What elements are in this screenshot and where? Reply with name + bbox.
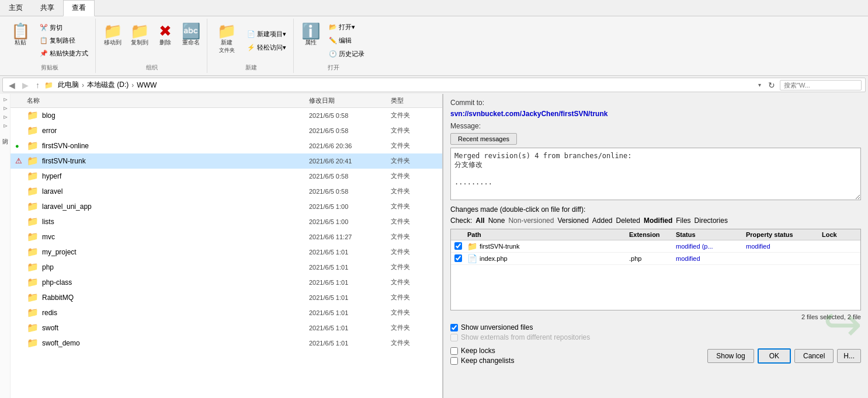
copy-path-button[interactable]: 📋复制路径 [36, 34, 92, 47]
file-row-php[interactable]: 📁 php 2021/6/5 1:01 文件夹 [11, 260, 442, 275]
cut-button[interactable]: ✂️剪切 [36, 22, 92, 34]
file-row-error[interactable]: 📁 error 2021/6/5 0:58 文件夹 [11, 123, 442, 138]
col-status[interactable]: Status [676, 231, 746, 238]
ribbon: 📋 粘贴 ✂️剪切 📋复制路径 📌粘贴快捷方式 剪贴板 [0, 16, 868, 76]
file-row-php-class[interactable]: 📁 php-class 2021/6/5 1:01 文件夹 [11, 275, 442, 290]
move-to-button[interactable]: 📁 移动到 [100, 21, 125, 49]
check-modified[interactable]: Modified [644, 217, 672, 225]
check-added[interactable]: Added [592, 217, 613, 225]
keep-locks-row: Keep locks [450, 347, 704, 355]
check-none[interactable]: None [488, 217, 505, 225]
svn-status-bar: 2 files selected, 2 file [450, 313, 861, 320]
col-header-date[interactable]: 修改日期 [309, 96, 391, 105]
check-nonversioned[interactable]: Non-versioned [508, 217, 554, 225]
address-path: 📁 此电脑 › 本地磁盘 (D:) › WWW [44, 79, 754, 90]
paste-shortcut-button[interactable]: 📌粘贴快捷方式 [36, 47, 92, 60]
file-row-hyperf[interactable]: 📁 hyperf 2021/6/5 0:58 文件夹 [11, 169, 442, 184]
nav-up[interactable]: ↑ [33, 80, 42, 90]
quick-access-arrow3[interactable]: ⊳ [3, 114, 8, 120]
file-row-swoft-demo[interactable]: 📁 swoft_demo 2021/6/5 1:01 文件夹 [11, 336, 442, 351]
quick-access-arrow4[interactable]: ⊳ [3, 123, 8, 129]
new-item-button[interactable]: 📄新建项目▾ [244, 28, 290, 40]
copy-to-button[interactable]: 📁 复制到 [127, 21, 152, 49]
commit-to-label: Commit to: [450, 99, 861, 107]
col-extension[interactable]: Extension [629, 231, 676, 238]
col-path[interactable]: Path [467, 231, 629, 238]
check-filter-row: Check: All None Non-versioned Versioned … [450, 217, 861, 225]
search-input[interactable] [780, 80, 862, 90]
file-type-php-class: 文件夹 [391, 278, 438, 287]
ok-button[interactable]: OK [758, 348, 791, 364]
check-versioned[interactable]: Versioned [557, 217, 588, 225]
check-files[interactable]: Files [676, 217, 690, 225]
check-directories[interactable]: Directories [695, 217, 728, 225]
svn-action-area: Keep locks Keep changelists Show log OK … [450, 347, 861, 365]
keep-changelists-check[interactable] [450, 357, 458, 365]
svn-check-2[interactable] [454, 254, 462, 262]
easy-access-button[interactable]: ⚡轻松访问▾ [244, 41, 290, 54]
tab-share[interactable]: 共享 [32, 0, 63, 16]
file-row-firstsvn-online[interactable]: ● 📁 firstSVN-online 2021/6/6 20:36 文件夹 [11, 138, 442, 153]
col-prop-status[interactable]: Property status [746, 231, 822, 238]
file-type-redis: 文件夹 [391, 308, 438, 317]
rename-button[interactable]: 🔤 重命名 [179, 21, 203, 49]
file-row-laravel[interactable]: 📁 laravel 2021/6/5 0:58 文件夹 [11, 184, 442, 199]
col-header-name[interactable]: 名称 [27, 96, 309, 105]
file-date-redis: 2021/6/5 1:01 [309, 309, 391, 316]
help-button[interactable]: H... [837, 349, 861, 363]
file-row-firstsvn-trunk[interactable]: ⚠ 📁 firstSVN-trunk 2021/6/6 20:41 文件夹 [11, 153, 442, 169]
file-type-firstsvn-trunk: 文件夹 [391, 156, 438, 165]
svn-check-1[interactable] [454, 242, 462, 250]
path-part-disk[interactable]: 本地磁盘 (D:) [85, 79, 131, 90]
svn-table-header: Path Extension Status Property status Lo… [451, 229, 860, 240]
file-name-hyperf: hyperf [42, 172, 309, 180]
address-bar: ◀ ▶ ↑ 📁 此电脑 › 本地磁盘 (D:) › WWW ▾ ↻ [2, 78, 866, 92]
path-refresh[interactable]: ↻ [766, 81, 777, 90]
file-date-laravel: 2021/6/5 0:58 [309, 188, 391, 195]
col-header-type[interactable]: 类型 [391, 96, 438, 105]
show-externals-check[interactable] [450, 334, 458, 341]
properties-button[interactable]: ℹ️ 属性 [298, 21, 323, 49]
file-row-rabbitmq[interactable]: 📁 RabbitMQ 2021/6/5 1:01 文件夹 [11, 290, 442, 305]
nav-back[interactable]: ◀ [6, 80, 18, 90]
file-date-firstsvn-trunk: 2021/6/6 20:41 [309, 158, 391, 165]
path-part-www[interactable]: WWW [134, 81, 159, 90]
open-button[interactable]: 📂打开▾ [325, 21, 368, 33]
col-lock[interactable]: Lock [822, 231, 857, 238]
file-row-mvc[interactable]: 📁 mvc 2021/6/6 11:27 文件夹 [11, 229, 442, 245]
svn-commit-panel: ↩ Commit to: svn://svnbucket.com/JackyCh… [443, 94, 868, 398]
show-log-button[interactable]: Show log [707, 349, 754, 363]
check-all[interactable]: All [475, 217, 484, 225]
paste-button[interactable]: 📋 粘贴 [7, 21, 34, 49]
quick-access-arrow2[interactable]: ⊳ [3, 105, 8, 111]
keep-changelists-label: Keep changelists [461, 357, 514, 365]
path-dropdown[interactable]: ▾ [756, 82, 763, 88]
edit-button[interactable]: ✏️编辑 [325, 34, 368, 47]
new-folder-button[interactable]: 📁 新建 文件夹 [212, 21, 241, 57]
quick-access-arrow1[interactable]: ⊳ [3, 96, 8, 103]
path-part-pc[interactable]: 此电脑 [55, 79, 81, 90]
message-textarea[interactable]: Merged revision(s) 4 from branches/onlin… [450, 148, 861, 200]
file-row-my-project[interactable]: 📁 my_project 2021/6/5 1:01 文件夹 [11, 245, 442, 260]
nav-forward[interactable]: ▶ [20, 80, 31, 90]
file-row-redis[interactable]: 📁 redis 2021/6/5 1:01 文件夹 [11, 305, 442, 320]
check-deleted[interactable]: Deleted [616, 217, 640, 225]
file-date-swoft-demo: 2021/6/5 1:01 [309, 340, 391, 347]
recent-messages-button[interactable]: Recent messages [450, 133, 517, 145]
file-row-swoft[interactable]: 📁 swoft 2021/6/5 1:01 文件夹 [11, 320, 442, 336]
delete-button[interactable]: ✖ 删除 [154, 21, 176, 49]
svn-file-row-2[interactable]: 📄 index.php .php modified [451, 253, 860, 265]
tab-home[interactable]: 主页 [0, 0, 32, 16]
file-row-lists[interactable]: 📁 lists 2021/6/5 1:00 文件夹 [11, 214, 442, 229]
keep-locks-check[interactable] [450, 347, 458, 355]
tab-view[interactable]: 查看 [63, 0, 95, 16]
cancel-button[interactable]: Cancel [794, 349, 834, 363]
file-row-laravel-uni[interactable]: 📁 laravel_uni_app 2021/6/5 1:00 文件夹 [11, 199, 442, 214]
file-row-blog[interactable]: 📁 blog 2021/6/5 0:58 文件夹 [11, 108, 442, 123]
file-name-error: error [42, 127, 309, 135]
show-unversioned-check[interactable] [450, 324, 458, 331]
file-type-laravel-uni: 文件夹 [391, 202, 438, 211]
file-type-rabbitmq: 文件夹 [391, 293, 438, 302]
history-button[interactable]: 🕐历史记录 [325, 48, 368, 60]
svn-file-row-1[interactable]: 📁 firstSVN-trunk modified (p... modified [451, 240, 860, 253]
